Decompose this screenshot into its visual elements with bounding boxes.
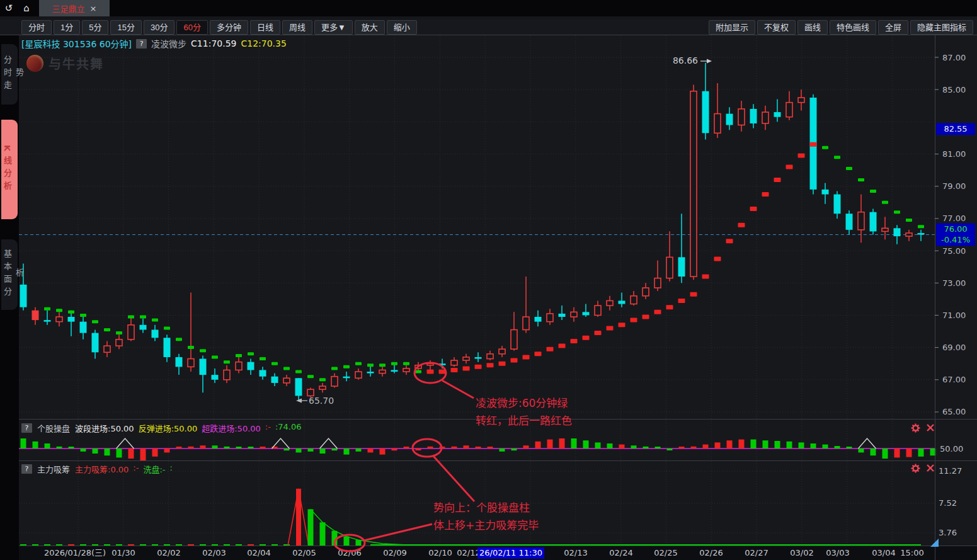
svg-text:82.55: 82.55: [944, 124, 967, 134]
svg-text:75.00: 75.00: [942, 246, 966, 256]
panel1-close-icon[interactable]: [926, 423, 935, 432]
annotation-note1-line1: 凌波微步:60分钟绿: [476, 397, 568, 409]
svg-text:67.00: 67.00: [942, 375, 966, 384]
svg-text:02/04: 02/04: [247, 548, 270, 557]
svg-text:76.00: 76.00: [944, 224, 967, 234]
indicator-c12-value: C12:70.35: [241, 38, 286, 49]
stock-title: [星宸科技 301536 60分钟]: [21, 37, 132, 50]
svg-text:71.00: 71.00: [942, 311, 966, 320]
tab-kline-analysis[interactable]: K线分析: [1, 120, 18, 219]
panel2-title: 主力吸筹: [37, 463, 70, 475]
svg-text:7.52: 7.52: [939, 498, 957, 508]
svg-text:03/03: 03/03: [826, 548, 849, 557]
indicator-c11-value: C11:70.59: [191, 38, 236, 49]
tab-fundamental[interactable]: 基本面分析: [1, 239, 18, 310]
stock-info-bar: [星宸科技 301536 60分钟] ? 凌波微步 C11:70.59 C12:…: [21, 38, 287, 49]
panel1-legend: 波段进场:50.00反弹进场:50.00超跌进场:50.00:-:74.06: [75, 422, 302, 434]
svg-text:02/26: 02/26: [699, 548, 723, 557]
svg-text:73.00: 73.00: [942, 278, 966, 288]
trading-app-window: ↺ ⌂ 三足鼎立 × 分时1分5分15分30分60分多分钟日线周线更多▼放大缩小…: [0, 0, 977, 560]
svg-text:77.00: 77.00: [942, 214, 966, 223]
panel1-title: 个股操盘: [37, 422, 70, 434]
indicator-name: 凌波微步: [151, 37, 186, 50]
svg-text:02/02: 02/02: [157, 548, 180, 557]
svg-text:02/24: 02/24: [609, 548, 632, 557]
svg-text:02/27: 02/27: [745, 548, 768, 557]
kline-chart-canvas[interactable]: 87.0085.0081.0079.0077.0075.0073.0071.00…: [0, 0, 977, 560]
svg-text:03/04: 03/04: [872, 548, 895, 557]
svg-text:65.00: 65.00: [942, 407, 966, 416]
svg-text:02/03: 02/03: [202, 548, 226, 557]
svg-text:03/02: 03/02: [790, 548, 813, 557]
svg-text:79.00: 79.00: [942, 181, 966, 191]
panel1-controls: [911, 423, 935, 433]
svg-text:-0.41%: -0.41%: [941, 235, 970, 244]
svg-text:15:00: 15:00: [900, 548, 923, 557]
svg-text:02/09: 02/09: [383, 548, 406, 557]
help-icon[interactable]: ?: [136, 39, 147, 49]
svg-text:02/13: 02/13: [564, 548, 587, 557]
chart-backgrounds: [0, 35, 977, 560]
svg-text:26/02/11 11:30: 26/02/11 11:30: [479, 548, 542, 557]
svg-text:01/30: 01/30: [111, 548, 135, 557]
bull-logo-icon: [26, 55, 43, 72]
svg-text:2026/01/28(三): 2026/01/28(三): [44, 548, 106, 557]
svg-text:11.27: 11.27: [939, 466, 962, 476]
annotation-note1-line2: 转红，此后一路红色: [476, 414, 572, 427]
svg-text:81.00: 81.00: [942, 149, 966, 159]
app-watermark: 与牛共舞: [26, 54, 104, 72]
panel2-controls: [911, 464, 935, 473]
annotation-note2-line2: 体上移+主力吸筹完毕: [433, 519, 539, 532]
panel2-header: ? 主力吸筹 主力吸筹:0.00:-洗盘:-:: [21, 463, 173, 474]
svg-text:02/12: 02/12: [457, 548, 480, 557]
svg-text:85.00: 85.00: [942, 85, 966, 94]
svg-text:02/10: 02/10: [428, 548, 452, 557]
peak-price-label: 86.66: [673, 55, 698, 66]
svg-text:02/25: 02/25: [654, 548, 677, 557]
left-sidebar: 分时走势K线分析基本面分析: [0, 35, 19, 560]
panel2-close-icon[interactable]: [926, 464, 935, 472]
svg-text:69.00: 69.00: [942, 343, 966, 352]
annotation-note2-line1: 势向上：个股操盘柱: [433, 501, 530, 514]
panel1-axis-label: 50.00: [940, 444, 963, 454]
panel2-help-icon[interactable]: ?: [21, 464, 32, 474]
watermark-text: 与牛共舞: [49, 54, 104, 72]
low-price-label: 65.70: [309, 396, 334, 406]
tab-time-trend[interactable]: 分时走势: [1, 44, 18, 105]
svg-text:87.00: 87.00: [942, 53, 966, 62]
panel1-settings-gear-icon[interactable]: [911, 423, 920, 433]
panel1-help-icon[interactable]: ?: [21, 423, 32, 433]
panel1-header: ? 个股操盘 波段进场:50.00反弹进场:50.00超跌进场:50.00:-:…: [21, 422, 302, 433]
svg-text:02/05: 02/05: [292, 548, 316, 557]
svg-text:3.76: 3.76: [939, 528, 957, 537]
panel2-legend: 主力吸筹:0.00:-洗盘:-:: [75, 463, 173, 475]
panel2-settings-gear-icon[interactable]: [911, 464, 920, 473]
